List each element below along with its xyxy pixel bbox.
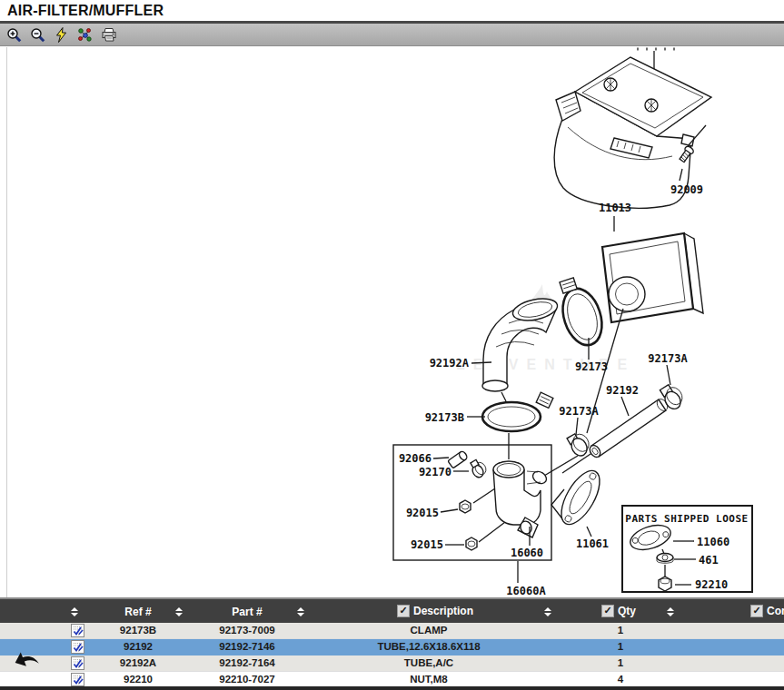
column-header-description[interactable]: ✓ Description [397,605,473,617]
part-label-92066[interactable]: 92066 [399,452,432,465]
nut-92015-lower [445,519,509,550]
hotspot-links-button[interactable] [75,25,94,44]
print-button[interactable] [99,25,118,44]
table-row[interactable]: 92192A 92192-7164 TUBE,A/C 1 [0,656,784,672]
edit-row-button[interactable] [71,624,84,637]
part-label-16060A[interactable]: 16060A [506,585,546,597]
cell-description: TUBE,12.6X18.6X118 [313,641,544,652]
cell-part: 92210-7027 [193,674,302,685]
edit-row-button[interactable] [71,673,84,686]
column-header-ref[interactable]: Ref # [94,606,182,618]
part-label-92192[interactable]: 92192 [606,384,639,397]
sort-icon[interactable] [667,607,674,616]
diagram-canvas: LEAVENTURE [0,47,784,597]
clamp-92173B [467,392,553,431]
part-label-11061[interactable]: 11061 [576,537,609,550]
gasket-11061 [551,465,607,537]
column-header-part[interactable]: Part # [193,606,302,618]
cell-description: NUT,M8 [313,674,544,685]
cell-ref: 92173B [94,625,182,636]
loose-box-title: PARTS SHIPPED LOOSE [625,513,748,525]
part-label-461[interactable]: 461 [699,554,719,567]
panel-left-edge [6,47,7,597]
column-header-config[interactable]: ✓ Config [750,605,784,617]
cell-ref: 92192A [94,657,182,668]
edit-icon [71,656,84,670]
sort-icon[interactable] [297,607,304,616]
nut-92015-upper [441,487,498,513]
part-label-11013[interactable]: 11013 [599,202,631,214]
cell-part: 92192-7164 [193,657,302,668]
part-label-92192A[interactable]: 92192A [430,357,470,370]
part-label-92173A-right[interactable]: 92173A [648,352,688,365]
page-title: AIR-FILTER/MUFFLER [0,0,784,19]
table-row[interactable]: 92173B 92173-7009 CLAMP 1 [0,623,784,639]
cell-ref: 92210 [94,674,182,685]
sort-icon[interactable] [71,607,78,616]
part-label-92173[interactable]: 92173 [575,360,608,373]
clamp-92173 [552,273,609,360]
zoom-out-icon [30,27,45,43]
loose-nut-92210 [659,577,671,591]
config-checkbox[interactable]: ✓ [750,605,763,617]
sort-icon[interactable] [544,607,551,616]
edit-icon [71,673,84,686]
part-label-11060[interactable]: 11060 [697,536,729,548]
body-16060 [493,461,549,546]
parts-catalog-window: AIR-FILTER/MUFFLER [0,0,784,690]
zoom-in-icon [6,27,22,43]
parts-table: Ref # Part # ✓ Description ✓ Qty ✓ Confi… [0,597,784,688]
table-row[interactable]: 92192 92192-7146 TUBE,12.6X18.6X118 1 [0,639,784,656]
part-label-16060[interactable]: 16060 [511,547,543,559]
duct-92192A [471,295,560,459]
flash-icon [54,27,69,43]
table-header: Ref # Part # ✓ Description ✓ Qty ✓ Confi… [0,597,784,623]
exploded-parts-diagram: LEAVENTURE [0,47,784,597]
qty-checkbox[interactable]: ✓ [601,605,614,617]
diagram-toolbar [0,24,784,46]
edit-icon [71,624,84,637]
flash-button[interactable] [52,25,71,44]
cell-qty: 1 [561,625,680,636]
cell-description: CLAMP [313,625,544,636]
edit-icon [71,640,84,654]
loose-gasket-11060 [627,520,673,554]
panel-bottom-edge [0,686,784,690]
zoom-in-button[interactable] [5,25,24,44]
cell-ref: 92192 [94,641,182,652]
cell-description: TUBE,A/C [313,657,544,668]
part-label-92173A-left[interactable]: 92173A [559,405,599,418]
hotspot-links-icon [77,27,93,43]
part-label-92170[interactable]: 92170 [419,466,452,478]
edit-row-button[interactable] [71,656,84,670]
zoom-out-button[interactable] [28,25,47,44]
description-checkbox[interactable]: ✓ [397,605,410,617]
print-icon [101,27,117,43]
cell-part: 92173-7009 [193,625,302,636]
part-label-92173B[interactable]: 92173B [425,411,464,424]
part-label-92009[interactable]: 92009 [670,183,703,196]
title-bar: AIR-FILTER/MUFFLER [0,0,784,21]
part-label-92015-upper[interactable]: 92015 [406,507,439,519]
cell-part: 92192-7146 [193,641,302,652]
sort-icon[interactable] [175,607,183,616]
tube-92192 [588,397,670,459]
column-header-qty[interactable]: ✓ Qty [601,605,636,617]
cell-qty: 1 [561,641,680,652]
part-label-92210[interactable]: 92210 [695,578,728,591]
air-filter-element [602,216,703,322]
edit-row-button[interactable] [71,640,84,654]
cell-qty: 1 [561,657,680,668]
cell-qty: 4 [561,674,680,685]
loose-washer-461 [657,554,673,564]
part-label-92015-lower[interactable]: 92015 [411,538,443,551]
parts-shipped-loose-box: PARTS SHIPPED LOOSE 11060 461 [622,506,752,592]
